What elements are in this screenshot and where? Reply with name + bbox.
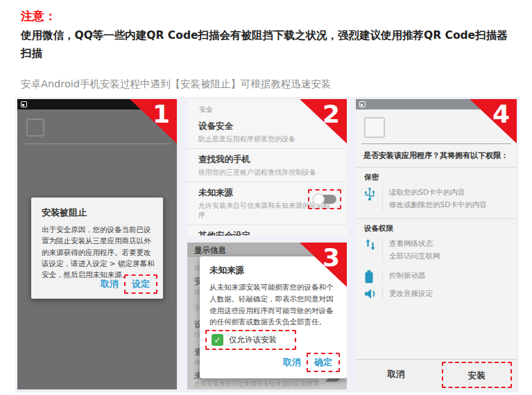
step-number: 2 xyxy=(323,102,340,127)
screenshot-step1: 1 4G 7 安装被阻止 出于安全原因，您的设备当前已设置为阻止安装从三星应用商… xyxy=(17,99,177,389)
dialog-title: 未知来源 xyxy=(209,265,244,276)
permission-network: 查看网络状态 全部访问互联网 xyxy=(364,238,511,263)
highlight-box: 设定 xyxy=(124,274,157,294)
step-number: 1 xyxy=(153,102,170,127)
cancel-button[interactable]: 取消 xyxy=(388,369,405,380)
dimmed-text: 允许安装来自可信来源和未知来源的应用程序 xyxy=(194,380,319,389)
unknown-sources-toggle[interactable] xyxy=(313,193,336,205)
section-device-permissions: 设备权限 xyxy=(356,218,517,234)
screenshot-step4: 1 4G 7 是否安装该应用程序？其将拥有以下权限： 保密 xyxy=(356,99,517,389)
network-arrows-icon xyxy=(364,238,382,263)
settings-button[interactable]: 设定 xyxy=(132,278,150,290)
permission-audio: 更改音频设定 xyxy=(364,288,511,300)
dimmed-header-title: 显示信息 xyxy=(194,245,226,256)
step-number: 3 xyxy=(323,245,340,270)
allow-once-checkbox[interactable]: ✓ xyxy=(212,334,223,346)
permission-vibration: 控制振动器 xyxy=(364,270,511,283)
notification-icon xyxy=(359,101,366,107)
section-privacy: 保密 xyxy=(356,167,517,182)
highlight-box: ✓ 仅允许该安装 xyxy=(205,330,296,350)
note-subtitle: 安卓Android手机安装过程中遇到【安装被阻止】可根据教程迅速安装 xyxy=(21,78,517,91)
install-prompt-title: 是否安装该应用程序？其将拥有以下权限： xyxy=(363,150,508,161)
checkbox-label: 仅允许该安装 xyxy=(229,335,277,345)
highlight-box: 安装 xyxy=(442,362,512,388)
dialog-body: 从未知来源安装可能损害您的设备和个人数据。轻敲确定，即表示您同意对因使用这些应用… xyxy=(209,281,340,328)
list-item-find-my-phone[interactable]: 查找我的手机 使用您的三星账户远程查找并控制设备 xyxy=(187,148,347,182)
app-icon-placeholder xyxy=(364,117,385,138)
install-button[interactable]: 安装 xyxy=(468,370,486,382)
dialog-title: 安装被阻止 xyxy=(42,207,87,219)
app-icon-placeholder xyxy=(26,119,44,137)
cancel-button[interactable]: 取消 xyxy=(101,278,119,290)
list-item-unknown-sources[interactable]: 未知来源 允许安装来自可信来源和未知来源的应用程序 xyxy=(187,182,347,225)
screenshot-step3: 显示信息 在 安设 安 设防 查使 未 允许安装来自可信来源和未知来源的应用程序… xyxy=(187,243,347,389)
checkmark-icon: ✓ xyxy=(214,335,221,345)
screenshot-step2: 安全 设备安全 防止恶意应用程序损害您的设备 查找我的手机 使用您的三星账户远程… xyxy=(187,99,347,236)
divider xyxy=(361,143,511,144)
audio-icon xyxy=(364,288,382,300)
note-title: 注意： xyxy=(21,8,56,24)
vibrate-icon xyxy=(364,270,382,283)
tutorial-page: 注意： 使用微信，QQ等一些内建QR Code扫描会有被阻挡下载之状况，强烈建议… xyxy=(0,0,532,395)
usb-icon xyxy=(364,186,382,211)
dialog-button-bar: 取消 安装 xyxy=(356,359,517,389)
divider xyxy=(23,143,171,144)
highlight-box xyxy=(308,189,341,209)
install-blocked-dialog: 安装被阻止 出于安全原因，您的设备当前已设置为阻止安装从三星应用商店以外的来源获… xyxy=(31,198,163,299)
dialog-body: 出于安全原因，您的设备当前已设置为阻止安装从三星应用商店以外的来源获得的应用程序… xyxy=(42,224,155,280)
permission-sdcard: 读取您的SD卡中的内容 修改或删除您的SD卡中的内容 xyxy=(364,186,511,211)
cancel-button[interactable]: 取消 xyxy=(283,356,301,369)
notification-icon xyxy=(21,101,27,107)
list-item-other-security[interactable]: 其他安全设定 更改安全更新和证书存储等其他安全设定 xyxy=(187,225,347,236)
highlight-box: 确定 xyxy=(307,353,340,372)
confirm-button[interactable]: 确定 xyxy=(314,356,332,369)
step-number: 4 xyxy=(492,102,510,127)
note-body: 使用微信，QQ等一些内建QR Code扫描会有被阻挡下载之状况，强烈建议使用推荐… xyxy=(21,26,517,63)
